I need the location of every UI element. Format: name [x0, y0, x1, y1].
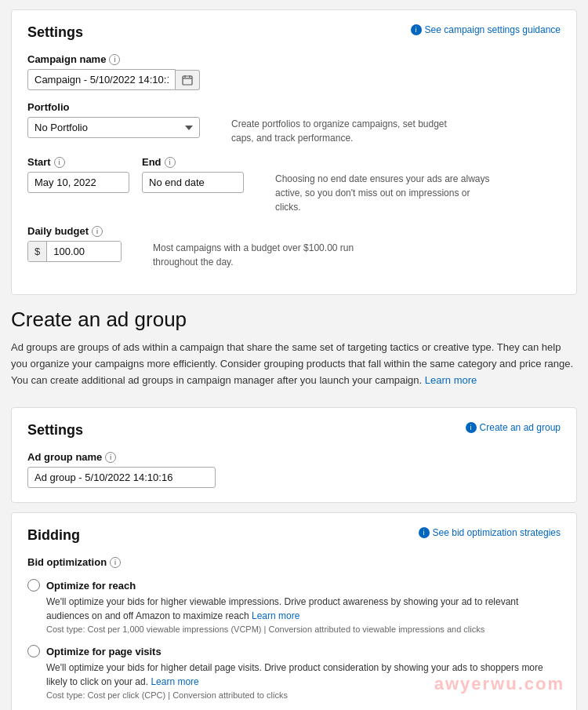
radio-page-visits-desc: We'll optimize your bids for higher deta…	[27, 661, 561, 689]
portfolio-note: Create portfolios to organize campaigns,…	[231, 101, 451, 145]
adgroup-settings-card-header: Settings i Create an ad group	[27, 422, 561, 439]
campaign-name-field[interactable]	[27, 69, 176, 90]
adgroup-name-group: Ad group name i	[27, 451, 561, 488]
adgroup-settings-card: Settings i Create an ad group Ad group n…	[11, 407, 577, 503]
start-date-field[interactable]	[27, 172, 129, 193]
page-visits-learn-more-link[interactable]: Learn more	[151, 676, 198, 687]
create-adgroup-desc: Ad groups are groups of ads within a cam…	[11, 340, 577, 388]
bidding-card: Bidding i See bid optimization strategie…	[11, 512, 577, 710]
svg-rect-0	[183, 76, 192, 85]
calendar-icon-button[interactable]	[176, 70, 200, 90]
date-row: Start i End i Choosing no end date ensur…	[27, 156, 561, 214]
bid-optimization-info-icon[interactable]: i	[110, 557, 121, 568]
dates-group: Start i End i	[27, 156, 244, 193]
budget-prefix: $	[28, 242, 47, 261]
start-label: Start i	[27, 156, 129, 168]
radio-page-visits-cost: Cost type: Cost per click (CPC) | Conver…	[27, 690, 561, 700]
radio-option-reach: Optimize for reach We'll optimize your b…	[27, 579, 561, 634]
start-info-icon[interactable]: i	[54, 157, 65, 168]
radio-option-page-visits: Optimize for page visits We'll optimize …	[27, 645, 561, 700]
portfolio-select[interactable]: No Portfolio	[27, 117, 200, 138]
end-label: End i	[142, 156, 244, 168]
budget-note: Most campaigns with a budget over $100.0…	[153, 225, 372, 269]
budget-info-icon[interactable]: i	[92, 226, 103, 237]
campaign-name-input-wrapper	[27, 69, 200, 90]
settings-card: Settings i See campaign settings guidanc…	[11, 9, 577, 295]
bid-optimization-strategies-link[interactable]: i See bid optimization strategies	[419, 527, 561, 538]
budget-input-wrapper: $	[27, 241, 122, 262]
radio-reach-label[interactable]: Optimize for reach	[46, 580, 136, 592]
end-date-field[interactable]	[142, 172, 244, 193]
radio-reach-cost: Cost type: Cost per 1,000 viewable impre…	[27, 624, 561, 634]
adgroup-name-field[interactable]	[27, 467, 216, 488]
circle-info-icon: i	[411, 24, 422, 35]
end-info-icon[interactable]: i	[165, 157, 176, 168]
bidding-card-header: Bidding i See bid optimization strategie…	[27, 527, 561, 544]
campaign-settings-guidance-link[interactable]: i See campaign settings guidance	[411, 24, 561, 35]
create-adgroup-section: Create an ad group Ad groups are groups …	[11, 308, 577, 395]
adgroup-settings-title: Settings	[27, 422, 83, 439]
adgroup-learn-more-link[interactable]: Learn more	[425, 374, 477, 386]
page-wrapper: Settings i See campaign settings guidanc…	[0, 9, 588, 710]
create-adgroup-title: Create an ad group	[11, 308, 577, 332]
budget-group: Daily budget i $	[27, 225, 122, 262]
radio-row-reach: Optimize for reach	[27, 579, 561, 592]
radio-page-visits[interactable]	[27, 645, 40, 657]
circle-info-icon-adgroup: i	[466, 422, 477, 433]
reach-learn-more-link[interactable]: Learn more	[252, 610, 299, 621]
portfolio-group: Portfolio No Portfolio	[27, 101, 200, 138]
settings-title: Settings	[27, 24, 83, 41]
start-date-group: Start i	[27, 156, 129, 193]
bidding-title: Bidding	[27, 527, 80, 544]
campaign-name-label: Campaign name i	[27, 53, 561, 65]
budget-label: Daily budget i	[27, 225, 122, 237]
bid-optimization-label: Bid optimization i	[27, 556, 561, 568]
radio-reach[interactable]	[27, 579, 40, 592]
budget-field[interactable]	[47, 242, 122, 261]
portfolio-row: Portfolio No Portfolio Create portfolios…	[27, 101, 561, 145]
adgroup-name-label: Ad group name i	[27, 451, 561, 463]
adgroup-name-info-icon[interactable]: i	[105, 452, 116, 463]
circle-info-icon-bid: i	[419, 527, 430, 538]
settings-card-header: Settings i See campaign settings guidanc…	[27, 24, 561, 41]
campaign-name-info-icon[interactable]: i	[109, 54, 120, 65]
end-date-group: End i	[142, 156, 244, 193]
campaign-name-group: Campaign name i	[27, 53, 561, 90]
create-adgroup-link[interactable]: i Create an ad group	[466, 422, 561, 433]
radio-row-page-visits: Optimize for page visits	[27, 645, 561, 657]
budget-row: Daily budget i $ Most campaigns with a b…	[27, 225, 561, 269]
date-note: Choosing no end date ensures your ads ar…	[275, 156, 495, 214]
radio-reach-desc: We'll optimize your bids for higher view…	[27, 595, 561, 623]
radio-page-visits-label[interactable]: Optimize for page visits	[46, 646, 162, 657]
portfolio-label: Portfolio	[27, 101, 200, 113]
